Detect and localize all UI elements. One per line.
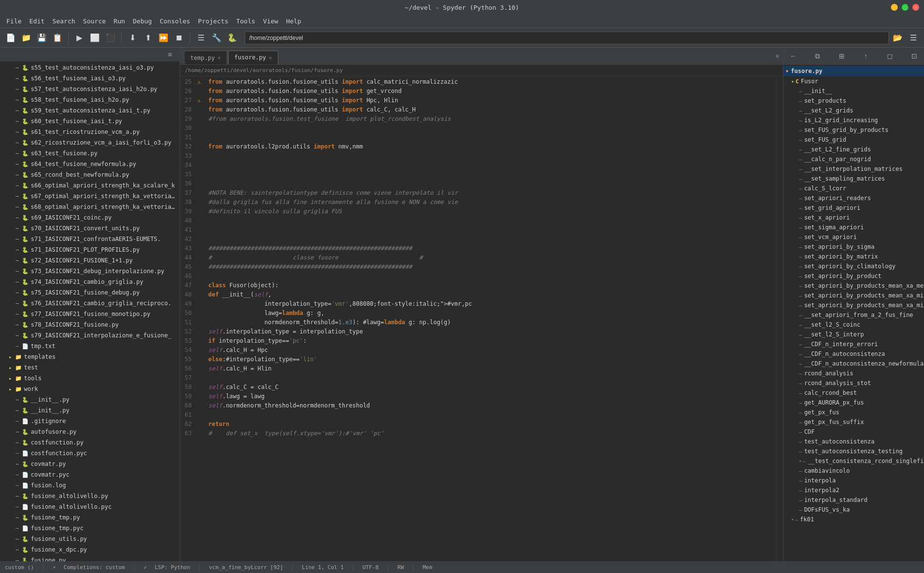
outline-item-18[interactable]: —set_apriori_by_matrix [783,252,924,261]
minimap-scrollbar[interactable] [776,76,783,561]
step-over-button[interactable]: ⬆ [141,31,155,45]
save-file-button[interactable]: 💾 [35,31,49,45]
tree-item-31[interactable]: ─ 🐍__init__.py [0,394,180,405]
tree-item-41[interactable]: ─ 📄fusione_altolivello.pyc [0,501,180,512]
tree-item-29[interactable]: ▸ 📁tools [0,373,180,384]
editor-tab-0[interactable]: temp.py✕ [184,51,227,64]
run-cell-button[interactable]: ⬜ [88,31,102,45]
maximize-button[interactable]: □ [902,4,908,11]
tree-item-43[interactable]: ─ 📄fusione_tmp.pyc [0,523,180,534]
tree-item-46[interactable]: ─ 🐍fusione.py [0,555,180,561]
path-input[interactable] [245,32,889,44]
outline-item-25[interactable]: —__set_l2_S_coinc [783,320,924,330]
menu-item-file[interactable]: File [2,16,25,26]
tree-item-38[interactable]: ─ 📄covmatr.pyc [0,469,180,480]
tree-item-37[interactable]: ─ 🐍covmatr.py [0,459,180,469]
outline-item-39[interactable]: ▾—__test_consistenza_rcond_singlefigure [783,456,924,466]
outline-file-header[interactable]: ▾fusore.py [783,66,924,76]
tree-item-10[interactable]: ─ 🐍s65_rcond_best_newformula.py [0,169,180,180]
outline-item-16[interactable]: —set_vcm_apriori [783,232,924,242]
tree-item-22[interactable]: ─ 🐍s76_IASICONF21_cambio_griglia_recipro… [0,298,180,309]
tree-item-6[interactable]: ─ 🐍s61_test_ricostruzione_vcm_a.py [0,127,180,137]
python-button[interactable]: 🐍 [225,31,239,45]
options-button[interactable]: ☰ [906,31,920,45]
tab-close-0[interactable]: ✕ [218,55,221,60]
outline-save-button[interactable]: ◻ [884,50,896,62]
outline-button[interactable]: ☰ [194,31,208,45]
tree-item-28[interactable]: ▸ 📁test [0,362,180,373]
sidebar-menu-button[interactable]: ≡ [164,49,176,60]
outline-item-5[interactable]: —set_FUS_grid_by_products [783,125,924,135]
run-button[interactable]: ▶ [72,31,86,45]
outline-item-26[interactable]: —__set_l2_S_interp [783,330,924,339]
outline-item-27[interactable]: —__CDF_n_interp_errori [783,339,924,349]
menu-item-search[interactable]: Search [49,16,79,26]
outline-back-button[interactable]: ← [787,50,799,62]
outline-item-24[interactable]: —__set_apriori_from_a_2_fus_fine [783,310,924,320]
menu-item-source[interactable]: Source [79,16,110,26]
outline-item-2[interactable]: —set_products [783,96,924,106]
tree-item-24[interactable]: ─ 🐍s78_IASICONF21_fusione.py [0,319,180,330]
tree-item-20[interactable]: ─ 🐍s74_IASICONF21_cambio_griglia.py [0,277,180,287]
outline-item-6[interactable]: —set_FUS_grid [783,135,924,145]
outline-tree[interactable]: ▾fusore.py▾CFusor—__init__—set_products—… [783,65,924,561]
outline-item-42[interactable]: —interpola2 [783,485,924,495]
tree-item-25[interactable]: ─ 🐍s79_IASICONF21_interpolazione_e_fusio… [0,330,180,341]
tree-item-7[interactable]: ─ 🐍s62_ricostruzione_vcm_a_iasi_forli_o3… [0,137,180,148]
menu-item-consoles[interactable]: Consoles [156,16,194,26]
outline-item-10[interactable]: —__set_sampling_matrices [783,174,924,184]
outline-item-43[interactable]: —interpola_standard [783,495,924,505]
continue-button[interactable]: ⏩ [157,31,170,45]
tree-item-0[interactable]: ─ 🐍s55_test_autoconsistenza_iasi_o3.py [0,62,180,73]
tree-item-21[interactable]: ─ 🐍s75_IASICONF21_fusione_debug.py [0,287,180,298]
tree-item-2[interactable]: ─ 🐍s57_test_autoconsistenza_iasi_h2o.py [0,84,180,94]
outline-item-11[interactable]: —calc_S_lcorr [783,184,924,193]
tree-item-5[interactable]: ─ 🐍s60_test_fusione_iasi_t.py [0,116,180,127]
tree-item-19[interactable]: ─ 🐍s73_IASICONF21_debug_interpolazione.p… [0,266,180,277]
tabs-more-button[interactable]: ≡ [776,53,779,59]
menu-item-help[interactable]: Help [282,16,305,26]
open-file-button[interactable]: 📁 [19,31,33,45]
outline-item-31[interactable]: —rcond_analysis_stot [783,378,924,388]
outline-item-22[interactable]: —set_apriori_by_products_mean_xa_min_sig… [783,291,924,300]
file-tree[interactable]: ─ 🐍s55_test_autoconsistenza_iasi_o3.py─ … [0,61,180,561]
debug-button[interactable]: ⬇ [126,31,139,45]
menu-item-view[interactable]: View [259,16,282,26]
stop-button[interactable]: ⏹ [172,31,186,45]
outline-item-45[interactable]: ▾—fk01 [783,515,924,524]
tree-item-18[interactable]: ─ 🐍s72_IASICONF21_FUSIONE_1+1.py [0,255,180,266]
outline-item-8[interactable]: —__calc_n_par_nogrid [783,154,924,164]
menu-item-edit[interactable]: Edit [25,16,48,26]
outline-up-button[interactable]: ↑ [860,50,871,62]
close-button[interactable]: ✕ [912,4,919,11]
settings-button[interactable]: 🔧 [210,31,223,45]
outline-item-9[interactable]: —__set_interpolation_matrices [783,164,924,174]
tree-item-33[interactable]: ─ 📄.gitignore [0,416,180,426]
menu-item-debug[interactable]: Debug [129,16,156,26]
tree-item-45[interactable]: ─ 🐍fusione_x_dpc.py [0,544,180,555]
outline-option2-button[interactable]: ⊞ [836,50,848,62]
outline-item-4[interactable]: —is_L2_grid_increasing [783,115,924,125]
tree-item-8[interactable]: ─ 🐍s63_test_fusione.py [0,148,180,159]
tree-item-11[interactable]: ─ 🐍s66_optimal_apriori_strength_ka_scala… [0,180,180,191]
outline-item-44[interactable]: —DOFsFUS_vs_ka [783,505,924,515]
outline-item-37[interactable]: —test_autoconsistenza [783,437,924,446]
run-cell-advance-button[interactable]: ⬛ [104,31,117,45]
minimize-button[interactable]: ─ [891,4,898,11]
tree-item-35[interactable]: ─ 🐍costfunction.py [0,437,180,448]
outline-item-35[interactable]: —get_px_fus_suffix [783,417,924,427]
outline-item-14[interactable]: —set_x_apriori [783,213,924,222]
tree-item-34[interactable]: ─ 🐍autofusore.py [0,426,180,437]
tree-item-4[interactable]: ─ 🐍s59_test_autoconsistenza_iasi_t.py [0,105,180,116]
tree-item-44[interactable]: ─ 🐍fusione_utils.py [0,534,180,544]
outline-item-38[interactable]: —test_autoconsistenza_testing [783,446,924,456]
outline-item-1[interactable]: —__init__ [783,86,924,96]
outline-item-29[interactable]: —__CDF_n_autoconsistenza_newformula [783,359,924,369]
outline-more-button[interactable]: ⊡ [908,50,920,62]
outline-item-21[interactable]: —set_apriori_by_products_mean_xa_mean_si… [783,281,924,291]
outline-item-13[interactable]: —set_grid_apriori [783,203,924,213]
tree-item-26[interactable]: ─ 📄tmp.txt [0,341,180,351]
tree-item-1[interactable]: ─ 🐍s56_test_fusione_iasi_o3.py [0,73,180,84]
outline-item-19[interactable]: —set_apriori_by_climatology [783,261,924,271]
outline-item-30[interactable]: —rcond_analysis [783,369,924,378]
